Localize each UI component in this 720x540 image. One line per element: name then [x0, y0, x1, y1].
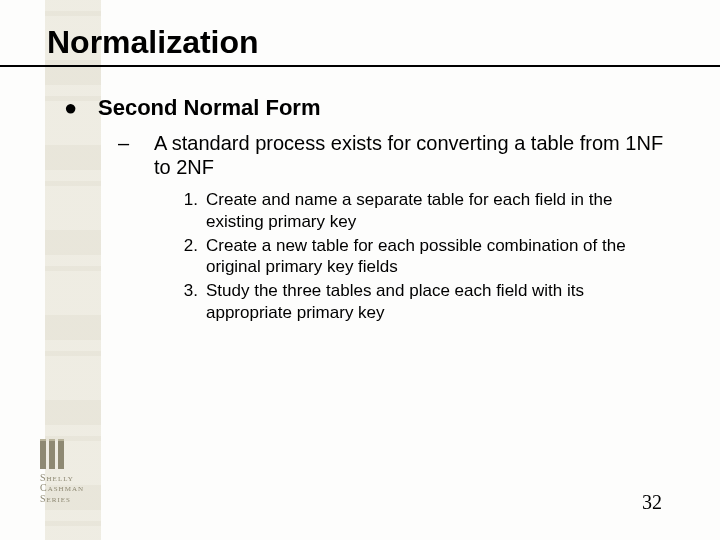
step-number: 1. — [170, 189, 206, 233]
title-rule — [0, 65, 720, 67]
logo-text: Series — [40, 494, 110, 505]
step-text: Create a new table for each possible com… — [206, 235, 670, 279]
logo-bars-icon — [40, 439, 110, 469]
step-text: Study the three tables and place each fi… — [206, 280, 670, 324]
bullet-marker: – — [118, 131, 154, 179]
page-number: 32 — [642, 491, 662, 514]
bullet-text: A standard process exists for converting… — [154, 131, 678, 179]
bullet-text: Second Normal Form — [98, 95, 320, 121]
publisher-logo: Shelly Cashman Series — [40, 439, 110, 505]
list-item: 3. Study the three tables and place each… — [170, 280, 670, 324]
step-number: 3. — [170, 280, 206, 324]
numbered-steps: 1. Create and name a separate table for … — [170, 189, 670, 324]
slide-content: Normalization ● Second Normal Form – A s… — [0, 24, 720, 324]
list-item: 1. Create and name a separate table for … — [170, 189, 670, 233]
logo-text: Cashman — [40, 483, 110, 494]
step-number: 2. — [170, 235, 206, 279]
list-item: 2. Create a new table for each possible … — [170, 235, 670, 279]
bullet-marker: ● — [64, 95, 98, 121]
slide-title: Normalization — [47, 24, 720, 61]
step-text: Create and name a separate table for eac… — [206, 189, 670, 233]
bullet-level-1: ● Second Normal Form — [64, 95, 720, 121]
bullet-level-2: – A standard process exists for converti… — [118, 131, 678, 179]
